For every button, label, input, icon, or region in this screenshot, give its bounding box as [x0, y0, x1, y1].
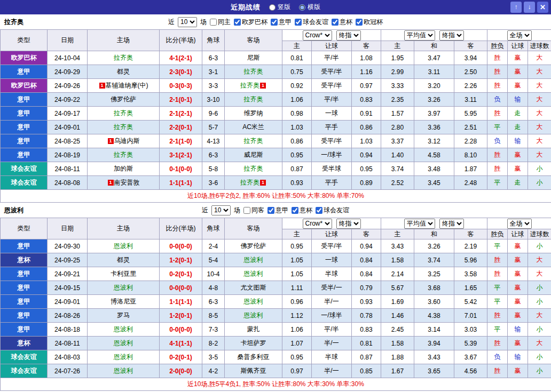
corners-cell: 3-6 [202, 176, 225, 190]
handicap-cell: 一球 [312, 107, 352, 121]
handicap-cell: 受平/半 [312, 134, 352, 148]
euro-away-odds: 4.56 [454, 364, 487, 378]
recent-count-select[interactable]: 10 [178, 17, 197, 27]
horizontal-layout-radio[interactable] [299, 4, 305, 11]
bookmaker-select[interactable]: Crow* [303, 219, 332, 229]
handicap-result-cell: 赢 [508, 295, 528, 309]
league-filter[interactable]: 意甲 [267, 206, 288, 215]
euro-away-odds: 3.58 [454, 267, 487, 281]
league-filter-checkbox[interactable] [316, 207, 322, 214]
handicap-result-cell: 赢 [508, 162, 528, 176]
league-filter-checkbox[interactable] [356, 19, 363, 26]
result-wdl-cell: 胜 [487, 65, 508, 79]
league-filter-checkbox[interactable] [234, 19, 241, 26]
league-filter-checkbox[interactable] [271, 19, 278, 26]
scroll-down-button[interactable]: ↓ [524, 2, 535, 13]
col-result: 胜负 [487, 229, 508, 239]
away-team-cell: 拉齐奥 [225, 93, 282, 107]
euro-draw-odds: 3.20 [414, 79, 454, 93]
asia-home-odds: 0.96 [282, 295, 312, 309]
scope-select[interactable]: 全场 [507, 30, 532, 41]
euro-average-select[interactable]: 平均值 [404, 219, 435, 229]
goals-result-cell: 大 [528, 51, 551, 65]
corners-cell: 8-5 [202, 309, 225, 323]
same-venue-checkbox[interactable] [210, 19, 217, 26]
same-venue-filter[interactable]: 同主 [210, 18, 231, 27]
euro-average-select[interactable]: 平均值 [404, 30, 435, 41]
section-team-title: 拉齐奥 [4, 18, 23, 27]
euro-draw-odds: 4.58 [414, 148, 454, 162]
league-filter[interactable]: 欧冠杯 [356, 18, 383, 27]
euro-draw-odds: 3.97 [414, 107, 454, 121]
score-cell: 3-1(2-1) [160, 148, 202, 162]
asia-home-odds: 1.12 [282, 309, 312, 323]
league-filter[interactable]: 意杯 [292, 206, 312, 215]
euro-final-select[interactable]: 终指 [439, 219, 464, 229]
home-team-cell: 1南安普敦 [88, 176, 160, 190]
league-filter-checkbox[interactable] [332, 19, 339, 26]
euro-draw-odds: 3.74 [414, 253, 454, 267]
layout-radio-horizontal[interactable]: 横版 [299, 3, 320, 12]
scroll-up-button[interactable]: ↑ [510, 2, 522, 13]
score-cell: 2-1(0-1) [160, 93, 202, 107]
euro-draw-odds: 3.36 [414, 121, 454, 134]
games-label: 场 [234, 206, 240, 215]
score-cell: 1-2(0-1) [160, 253, 202, 267]
result-wdl-cell: 平 [487, 295, 508, 309]
same-venue-checkbox[interactable] [243, 207, 250, 214]
asia-away-odds: 0.87 [352, 350, 381, 364]
league-filter[interactable]: 欧罗巴杯 [234, 18, 267, 27]
col-corners: 角球 [202, 218, 225, 239]
league-filter[interactable]: 意甲 [271, 18, 292, 27]
euro-away-odds: 3.03 [454, 323, 487, 337]
euro-away-odds: 7.01 [454, 309, 487, 323]
league-badge-cell: 意甲 [1, 148, 48, 162]
euro-home-odds: 1.46 [381, 309, 414, 323]
away-team-cell: 卡坦萨罗 [225, 337, 282, 350]
match-row: 意甲24-08-18恩波利0-0(0-0)7-3蒙扎1.06平/半0.832.4… [1, 323, 551, 337]
layout-radio-vertical[interactable]: 竖版 [269, 3, 290, 12]
result-wdl-cell: 负 [487, 350, 508, 364]
handicap-cell: 半球 [312, 267, 352, 281]
team-name: 基辅迪纳摩(中) [106, 82, 148, 89]
league-filter-checkbox[interactable] [295, 19, 302, 26]
league-filter-checkbox[interactable] [267, 207, 274, 214]
recent-count-select[interactable]: 10 [211, 205, 231, 215]
asia-away-odds: 0.95 [352, 162, 381, 176]
asia-home-odds: 0.93 [282, 176, 312, 190]
match-row: 球会友谊24-08-03恩波利0-2(0-1)3-5桑普多利亚0.95半球0.8… [1, 350, 551, 364]
col-away: 客场 [225, 30, 282, 51]
same-venue-filter[interactable]: 同客 [243, 206, 264, 215]
score-cell: 1-2(0-1) [160, 309, 202, 323]
euro-final-select[interactable]: 终指 [439, 30, 464, 41]
league-badge-cell: 意杯 [1, 337, 48, 350]
league-filter-checkbox[interactable] [292, 207, 298, 214]
scope-select[interactable]: 全场 [507, 219, 532, 229]
close-button[interactable]: ✕ [537, 2, 548, 13]
col-date: 日期 [48, 30, 88, 51]
league-filter[interactable]: 球会友谊 [316, 206, 349, 215]
euro-draw-odds: 3.94 [414, 337, 454, 350]
titlebar: 近期战绩 竖版 横版 ↑ ↓ ✕ [0, 0, 551, 14]
asia-final-select[interactable]: 终指 [336, 219, 361, 229]
euro-home-odds: 1.67 [381, 364, 414, 378]
col-result: 胜负 [487, 41, 508, 51]
vertical-layout-radio[interactable] [269, 4, 276, 11]
team-name: 蒙扎 [247, 325, 260, 333]
col-euro-away: 客 [454, 41, 487, 51]
summary-text: 近10场,胜5平4负1, 胜率:50% 让胜率:80% 大率:30% 单率:30… [1, 378, 551, 391]
league-badge-cell: 意甲 [1, 121, 48, 134]
asia-away-odds: 0.91 [352, 107, 381, 121]
league-filter[interactable]: 意杯 [332, 18, 352, 27]
league-filter[interactable]: 球会友谊 [295, 18, 328, 27]
euro-home-odds: 2.45 [381, 323, 414, 337]
corners-cell: 6-3 [202, 148, 225, 162]
league-filter-label: 意杯 [340, 18, 352, 27]
asia-final-select[interactable]: 终指 [336, 30, 361, 41]
bookmaker-select[interactable]: Crow* [303, 30, 332, 41]
team-name: 恩波利 [114, 325, 133, 333]
match-row: 球会友谊24-07-26恩波利2-0(0-0)4-2斯佩齐亚0.97半/一0.8… [1, 364, 551, 378]
col-euro-draw: 和 [414, 229, 454, 239]
match-row: 欧罗巴杯24-10-04拉齐奥4-1(2-1)6-3尼斯0.81平/半1.081… [1, 51, 551, 65]
date-cell: 24-09-25 [48, 253, 88, 267]
